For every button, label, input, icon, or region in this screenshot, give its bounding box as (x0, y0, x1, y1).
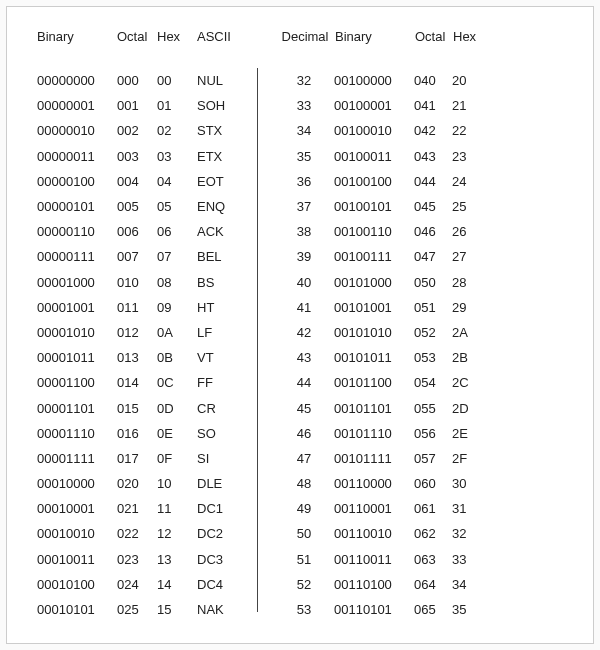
table-row: 0000000100101SOH (37, 93, 241, 118)
cell-ascii: DLE (197, 476, 241, 491)
cell-decimal: 39 (274, 249, 334, 264)
cell-hex: 09 (157, 300, 197, 315)
cell-binary: 00000111 (37, 249, 117, 264)
cell-binary: 00000101 (37, 199, 117, 214)
cell-hex: 0C (157, 375, 197, 390)
table-row: 0001001002212DC2 (37, 521, 241, 546)
table-row: 000011010150DCR (37, 395, 241, 420)
cell-ascii: ETX (197, 149, 241, 164)
cell-hex: 30 (452, 476, 482, 491)
cell-hex: 32 (452, 526, 482, 541)
cell-ascii: ENQ (197, 199, 241, 214)
cell-octal: 005 (117, 199, 157, 214)
cell-octal: 003 (117, 149, 157, 164)
cell-binary: 00010001 (37, 501, 117, 516)
table-row: 380010011004626 (274, 219, 482, 244)
cell-binary: 00001000 (37, 275, 117, 290)
cell-hex: 03 (157, 149, 197, 164)
table-row: 490011000106131 (274, 496, 482, 521)
table-row: 45001011010552D (274, 395, 482, 420)
cell-binary: 00101001 (334, 300, 414, 315)
cell-ascii: HT (197, 300, 241, 315)
cell-decimal: 33 (274, 98, 334, 113)
cell-decimal: 45 (274, 401, 334, 416)
col-header-octal-left: Octal (117, 29, 157, 44)
cell-ascii: DC4 (197, 577, 241, 592)
cell-octal: 053 (414, 350, 452, 365)
cell-ascii: SI (197, 451, 241, 466)
cell-octal: 064 (414, 577, 452, 592)
cell-octal: 023 (117, 552, 157, 567)
cell-octal: 042 (414, 123, 452, 138)
cell-hex: 2F (452, 451, 482, 466)
cell-hex: 0E (157, 426, 197, 441)
table-row: 400010100005028 (274, 270, 482, 295)
table-row: 0001000002010DLE (37, 471, 241, 496)
cell-octal: 060 (414, 476, 452, 491)
cell-decimal: 48 (274, 476, 334, 491)
cell-decimal: 37 (274, 199, 334, 214)
cell-hex: 21 (452, 98, 482, 113)
cell-binary: 00000010 (37, 123, 117, 138)
cell-octal: 043 (414, 149, 452, 164)
cell-ascii: DC1 (197, 501, 241, 516)
table-row: 0000011000606ACK (37, 219, 241, 244)
cell-octal: 000 (117, 73, 157, 88)
table-row: 43001010110532B (274, 345, 482, 370)
cell-octal: 007 (117, 249, 157, 264)
column-divider (257, 68, 258, 612)
cell-decimal: 42 (274, 325, 334, 340)
cell-hex: 23 (452, 149, 482, 164)
cell-binary: 00110011 (334, 552, 414, 567)
table-row: 520011010006434 (274, 572, 482, 597)
cell-binary: 00001001 (37, 300, 117, 315)
cell-hex: 01 (157, 98, 197, 113)
col-header-decimal: Decimal (275, 29, 335, 44)
table-row: 0000100101109HT (37, 295, 241, 320)
cell-hex: 06 (157, 224, 197, 239)
col-header-binary-left: Binary (37, 29, 117, 44)
cell-octal: 062 (414, 526, 452, 541)
table-row: 340010001004222 (274, 118, 482, 143)
cell-decimal: 53 (274, 602, 334, 617)
cell-hex: 15 (157, 602, 197, 617)
cell-binary: 00100010 (334, 123, 414, 138)
cell-ascii: ACK (197, 224, 241, 239)
cell-octal: 041 (414, 98, 452, 113)
table-row: 0000010000404EOT (37, 169, 241, 194)
cell-hex: 0F (157, 451, 197, 466)
cell-ascii: SOH (197, 98, 241, 113)
header-gap (241, 29, 275, 44)
cell-octal: 004 (117, 174, 157, 189)
cell-octal: 050 (414, 275, 452, 290)
table-row: 360010010004424 (274, 169, 482, 194)
cell-octal: 016 (117, 426, 157, 441)
cell-binary: 00001101 (37, 401, 117, 416)
table-row: 0000001000202STX (37, 118, 241, 143)
cell-octal: 061 (414, 501, 452, 516)
table-row: 330010000104121 (274, 93, 482, 118)
table-row: 46001011100562E (274, 421, 482, 446)
cell-binary: 00000011 (37, 149, 117, 164)
cell-hex: 33 (452, 552, 482, 567)
cell-decimal: 34 (274, 123, 334, 138)
cell-hex: 00 (157, 73, 197, 88)
cell-octal: 010 (117, 275, 157, 290)
cell-binary: 00101100 (334, 375, 414, 390)
cell-hex: 2D (452, 401, 482, 416)
cell-binary: 00100011 (334, 149, 414, 164)
col-header-hex-left: Hex (157, 29, 197, 44)
cell-octal: 024 (117, 577, 157, 592)
cell-decimal: 35 (274, 149, 334, 164)
cell-binary: 00010010 (37, 526, 117, 541)
cell-decimal: 47 (274, 451, 334, 466)
cell-hex: 2A (452, 325, 482, 340)
cell-hex: 08 (157, 275, 197, 290)
cell-ascii: LF (197, 325, 241, 340)
cell-decimal: 44 (274, 375, 334, 390)
cell-decimal: 41 (274, 300, 334, 315)
col-header-ascii: ASCII (197, 29, 241, 44)
cell-octal: 017 (117, 451, 157, 466)
cell-octal: 013 (117, 350, 157, 365)
cell-binary: 00000001 (37, 98, 117, 113)
